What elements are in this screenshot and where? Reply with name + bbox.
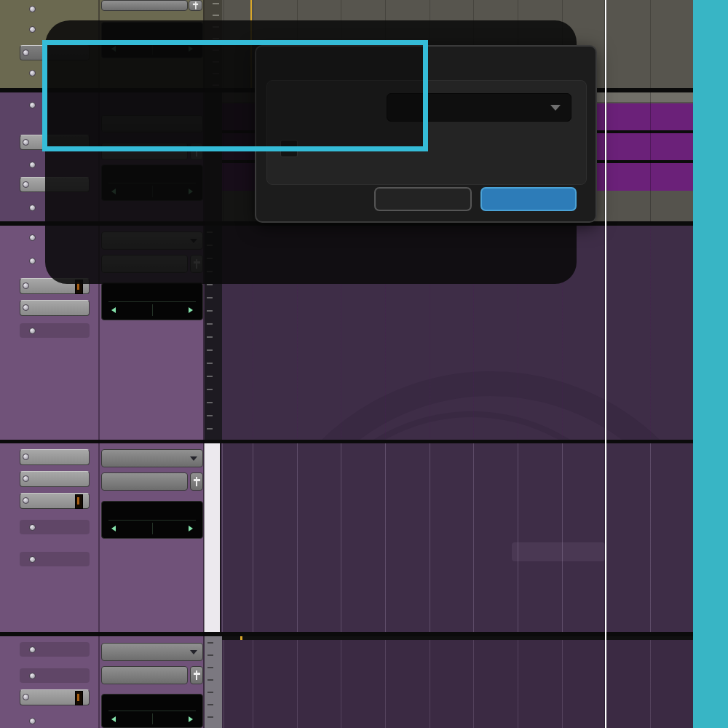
plugin-indicator: [75, 494, 83, 509]
track1-output-selector[interactable]: [101, 0, 188, 11]
insert-led: [23, 454, 29, 460]
track3-insert-stereowidth[interactable]: [20, 300, 90, 316]
chevron-down-icon: [550, 105, 561, 111]
pan-right-arrow-icon[interactable]: [189, 716, 196, 722]
insert-led: [23, 50, 29, 56]
pan-right-arrow-icon[interactable]: [189, 307, 196, 313]
roll-gridlines: [221, 443, 693, 632]
insert-led: [29, 70, 36, 76]
cancel-button[interactable]: [374, 187, 472, 211]
track5-audio-clip[interactable]: [222, 639, 693, 728]
insert-led: [29, 673, 36, 679]
insert-led: [23, 282, 29, 289]
track1-fader-button[interactable]: [189, 0, 202, 11]
playhead-line[interactable]: [605, 0, 606, 728]
insert-led: [23, 304, 29, 311]
insert-led: [23, 181, 29, 188]
track4-fader-button[interactable]: [190, 472, 203, 491]
track5-input-selector[interactable]: [101, 643, 203, 661]
fader-icon: [191, 670, 202, 681]
pan-left-arrow-icon[interactable]: [108, 307, 116, 313]
insert-led: [29, 162, 36, 168]
insert-led: [23, 497, 29, 504]
track4-input-selector[interactable]: [101, 449, 203, 467]
track5-scale-strip: [205, 636, 222, 728]
midi-piano-roll[interactable]: [221, 443, 693, 632]
insert-led: [29, 328, 36, 334]
track5-output-selector[interactable]: [101, 666, 188, 684]
ok-button[interactable]: [480, 187, 577, 211]
promo-screenshot: [0, 0, 728, 728]
promo-title-box: [42, 40, 428, 151]
pan-right-arrow-icon[interactable]: [189, 526, 196, 531]
insert-led: [29, 556, 36, 563]
insert-led: [29, 6, 36, 12]
track4-output-selector[interactable]: [101, 472, 188, 491]
track4-insert-xpand2[interactable]: [20, 449, 90, 465]
track4-insert-scifi[interactable]: [20, 471, 90, 487]
chevron-down-icon: [190, 650, 197, 654]
track5-fader-button[interactable]: [190, 666, 203, 684]
insert-led: [23, 139, 29, 146]
pan-left-arrow-icon[interactable]: [108, 526, 116, 531]
pan-left-arrow-icon[interactable]: [108, 716, 116, 722]
chevron-down-icon: [190, 456, 197, 461]
insert-led: [29, 26, 36, 33]
insert-led: [29, 258, 36, 264]
insert-led: [29, 205, 36, 211]
insert-led: [29, 234, 36, 241]
track4-volume-display[interactable]: [101, 501, 203, 539]
fader-icon: [191, 476, 202, 487]
insert-led: [29, 718, 36, 724]
insert-led: [29, 646, 36, 653]
piano-keyboard[interactable]: [204, 443, 221, 632]
insert-led: [23, 475, 29, 482]
insert-led: [23, 694, 29, 700]
track5-volume-display[interactable]: [101, 694, 203, 728]
track3-volume-display[interactable]: [101, 282, 203, 320]
plugin-indicator: [75, 691, 83, 705]
insert-led: [29, 524, 36, 531]
watermark-badge: [512, 542, 605, 561]
cyan-side-bar: [693, 0, 728, 728]
fader-icon: [191, 1, 200, 10]
insert-led: [29, 102, 36, 108]
